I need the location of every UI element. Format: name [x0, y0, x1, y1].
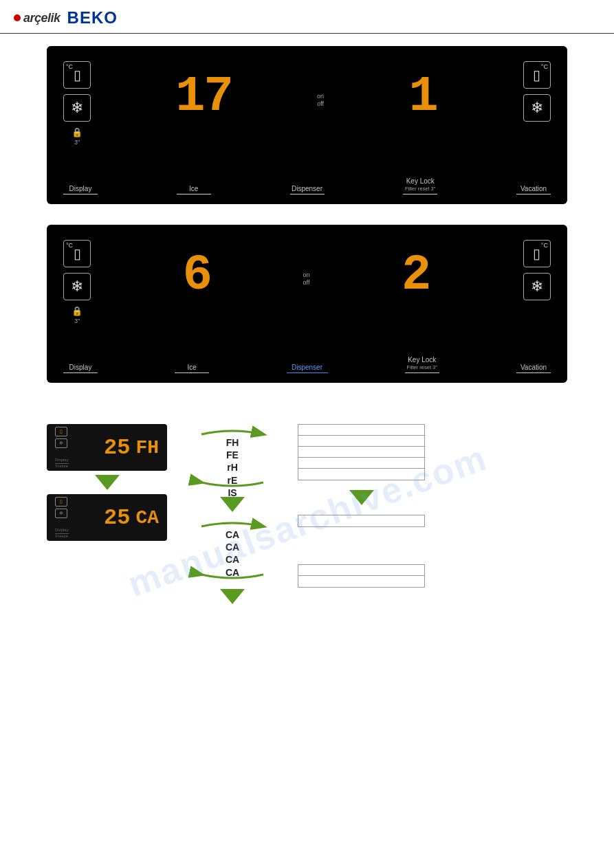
cycle-labels-1: FH FE rH rE IS [188, 436, 277, 499]
diagnostic-row-1: ▯ ❄ Display Freeze 25 FH [47, 424, 567, 608]
single-bar [298, 515, 425, 527]
celsius-label-right-1: °C [541, 63, 548, 70]
btn-vacation-label-2: Vacation [520, 364, 547, 371]
cycle-labels-2: CA CA CA CA [188, 528, 277, 579]
mini-icon-2b: ❄ [55, 509, 67, 518]
mini-icons-2: ▯ ❄ Display Freeze [55, 497, 69, 538]
lock-label-1: 3" [74, 139, 80, 146]
arrow-down-shape-cycle-1 [220, 497, 245, 512]
lock-icon-2: 🔒 [72, 306, 83, 316]
cycle-label-IS: IS [228, 487, 237, 499]
mini-panel-1: ▯ ❄ Display Freeze 25 FH [47, 424, 167, 471]
btn-ice-1[interactable]: Ice [177, 185, 211, 195]
btn-vacation-label-1: Vacation [520, 185, 547, 192]
btn-dispenser-label-1: Dispenser [292, 185, 322, 192]
mini-panel-col-1: ▯ ❄ Display Freeze 25 FH [47, 424, 167, 541]
panel-1: °C ▯ ❄ 🔒 3" 17 on off 1 °C [47, 46, 567, 204]
arrow-spacer [298, 487, 425, 508]
snowflake-icon-left-2: ❄ [63, 273, 91, 300]
table-small-row-1 [298, 565, 424, 576]
table-row-3 [298, 447, 424, 458]
mini-buttons-row-1: Display Freeze [55, 458, 69, 468]
left-icons-2: °C ▯ ❄ 🔒 3" [63, 240, 91, 324]
diagnostic-section: ▯ ❄ Display Freeze 25 FH [47, 424, 567, 608]
arrow-down-shape-1 [95, 475, 120, 490]
lock-icon-1: 🔒 [72, 127, 83, 137]
cycle-diagram-1: FH FE rH rE IS [188, 424, 277, 493]
btn-keylock-label-2: Key Lock [408, 356, 436, 364]
btn-keylock-label-1: Key Lock [406, 177, 435, 185]
btn-vacation-line-2 [516, 372, 551, 374]
celsius-label-2: °C [66, 242, 73, 249]
btn-keylock-1[interactable]: Key Lock Filter reset 3" [403, 177, 437, 194]
left-number-2: 6 [183, 251, 211, 300]
fridge-icon-left-2: ▯ [74, 245, 81, 262]
arrow-down-cycle-2 [220, 589, 245, 604]
btn-ice-line-1 [177, 194, 211, 195]
snowflake-icon-right-1: ❄ [523, 94, 551, 122]
btn-ice-2[interactable]: Ice [175, 364, 209, 374]
btn-display-2[interactable]: Display [63, 364, 98, 374]
cycle-label-CA1: CA [226, 528, 239, 541]
temp-icon-right-2: °C ▯ [523, 240, 551, 267]
btn-dispenser-1[interactable]: Dispenser [290, 185, 325, 195]
btn-vacation-1[interactable]: Vacation [516, 185, 551, 195]
btn-vacation-2[interactable]: Vacation [516, 364, 551, 374]
btn-keylock-line-2 [405, 372, 439, 374]
btn-vacation-line-1 [516, 194, 551, 195]
fridge-icon-right-2: ▯ [533, 245, 540, 262]
mini-code-2: CA [135, 507, 159, 528]
right-number-1: 1 [408, 72, 438, 122]
btn-keylock-sub-1: Filter reset 3" [405, 186, 435, 192]
left-number-1: 17 [175, 72, 232, 122]
mini-display-values-2: 25 CA [104, 505, 159, 531]
on-off-label-1: on off [317, 93, 324, 108]
cycle-diagram-2: CA CA CA CA [188, 516, 277, 585]
center-section-2: on off [303, 271, 309, 287]
table-row-2 [298, 436, 424, 447]
on-off-label-2: on off [303, 271, 309, 287]
mini-panel-2: ▯ ❄ Display Freeze 25 CA [47, 494, 167, 541]
btn-dispenser-line-1 [290, 194, 325, 195]
left-icons-1: °C ▯ ❄ 🔒 3" [63, 61, 91, 146]
snowflake-symbol-right-1: ❄ [531, 99, 543, 117]
btn-display-1[interactable]: Display [63, 185, 98, 195]
temp-icon-right-1: °C ▯ [523, 61, 551, 89]
arcelik-brand: arçelik [23, 11, 61, 25]
fridge-icon-right-1: ▯ [533, 67, 540, 83]
snowflake-icon-left-1: ❄ [63, 94, 91, 122]
celsius-label-1: °C [66, 63, 73, 70]
btn-dispenser-label-2: Dispenser [292, 364, 322, 371]
mini-icon-1b: ❄ [55, 438, 67, 448]
arrow-down-shape-table [349, 490, 374, 505]
fridge-icon-1: ▯ [74, 67, 81, 83]
mini-buttons-row-2: Display Freeze [55, 528, 69, 538]
right-icons-1: °C ▯ ❄ [523, 61, 551, 122]
btn-display-label-2: Display [69, 364, 92, 371]
mini-display-values-1: 25 FH [104, 435, 159, 460]
arrow-down-1 [95, 475, 120, 490]
btn-keylock-line-1 [403, 194, 437, 195]
lock-indicator-1: 🔒 3" [63, 127, 91, 146]
table-2rows [298, 564, 425, 588]
right-icons-2: °C ▯ ❄ [523, 240, 551, 300]
cycle-label-rH: rH [227, 461, 238, 474]
snowflake-symbol-1: ❄ [71, 99, 83, 117]
table-col [298, 424, 425, 588]
snowflake-symbol-right-2: ❄ [531, 278, 543, 296]
header: arçelik BEKO [0, 0, 614, 34]
cycle-label-CA3: CA [226, 553, 239, 566]
btn-display-label-1: Display [69, 185, 92, 192]
cycle-label-FE: FE [226, 449, 239, 461]
cycle-label-rE: rE [228, 474, 238, 487]
button-row-2: Display Ice Dispenser Key Lock Filter re… [63, 356, 551, 373]
btn-dispenser-line-2 [287, 372, 328, 374]
btn-dispenser-2[interactable]: Dispenser [287, 364, 328, 374]
btn-keylock-2[interactable]: Key Lock Filter reset 3" [405, 356, 439, 373]
snowflake-icon-right-2: ❄ [523, 273, 551, 300]
snowflake-symbol-2: ❄ [71, 278, 83, 296]
mini-icon-1a: ▯ [55, 427, 67, 436]
cycle-col-1: FH FE rH rE IS [188, 424, 277, 608]
btn-display-line-2 [63, 372, 98, 374]
temp-icon-left-2: °C ▯ [63, 240, 91, 267]
